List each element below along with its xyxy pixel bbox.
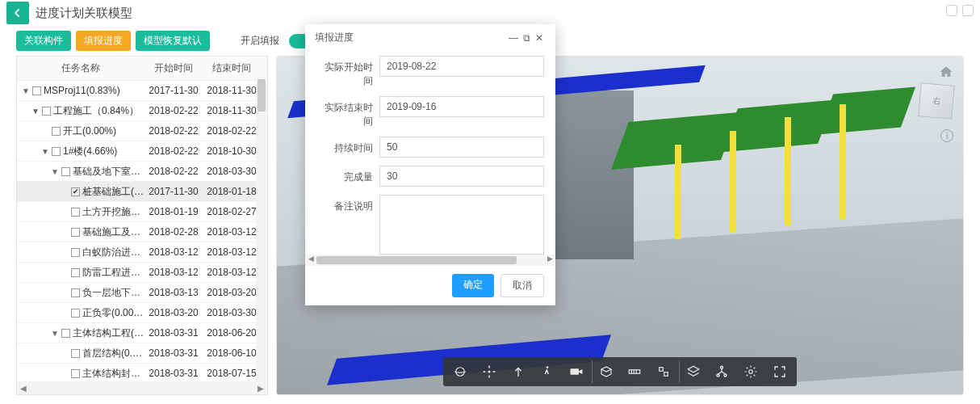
link-components-button[interactable]: 关联构件: [16, 31, 71, 51]
expander-icon[interactable]: ▼: [51, 329, 59, 338]
table-row[interactable]: 防雷工程进场(0.00%)2018-03-122018-03-12: [17, 263, 267, 283]
pan-tool-icon[interactable]: [475, 360, 503, 383]
expander-icon[interactable]: ▼: [41, 147, 49, 156]
row-checkbox[interactable]: [52, 127, 61, 136]
horizontal-scrollbar[interactable]: ◀ ▶: [17, 381, 267, 394]
col-end: 结束时间: [203, 57, 261, 80]
end-time: 2018-03-30: [203, 302, 261, 323]
task-table: 任务名称 开始时间 结束时间 ▼MSProj11(0.83%)2017-11-3…: [16, 56, 268, 395]
duration-input[interactable]: [379, 137, 544, 158]
tree-tool-icon[interactable]: [708, 360, 735, 383]
orbit-tool-icon[interactable]: [446, 360, 474, 383]
back-button[interactable]: [6, 2, 29, 24]
actual-end-input[interactable]: [379, 96, 544, 117]
row-checkbox[interactable]: [71, 248, 80, 257]
fly-up-tool-icon[interactable]: [505, 360, 532, 383]
svg-rect-3: [571, 368, 580, 375]
table-row[interactable]: ▼工程施工（0.84%）2018-02-222018-11-30: [17, 101, 267, 121]
header-action-1[interactable]: [946, 5, 957, 16]
table-row[interactable]: 白蚁防治进场(0.00%)2018-03-122018-03-12: [17, 242, 267, 263]
layers-tool-icon[interactable]: [679, 360, 706, 383]
table-row[interactable]: 开工(0.00%)2018-02-222018-02-22: [17, 121, 267, 141]
cancel-button[interactable]: 取消: [500, 274, 544, 297]
table-row[interactable]: ▼1#楼(4.66%)2018-02-222018-10-30: [17, 141, 267, 162]
row-checkbox[interactable]: [71, 268, 80, 277]
duration-label: 持续时间: [316, 137, 373, 155]
end-time: 2018-03-12: [203, 242, 261, 263]
start-time: 2017-11-30: [144, 181, 203, 202]
end-time: 2018-11-30: [203, 100, 261, 121]
settings-tool-icon[interactable]: [737, 360, 764, 383]
walk-tool-icon[interactable]: [534, 360, 561, 383]
header-action-2[interactable]: [962, 5, 974, 16]
page-title: 进度计划关联模型: [36, 6, 132, 21]
row-checkbox[interactable]: [42, 107, 51, 116]
end-time: 2018-03-12: [203, 221, 261, 242]
col-start: 开始时间: [144, 57, 203, 80]
restore-model-button[interactable]: 模型恢复默认: [136, 31, 210, 51]
section-tool-icon[interactable]: [592, 360, 619, 383]
table-row[interactable]: ▼MSProj11(0.83%)2017-11-302018-11-30: [17, 81, 267, 101]
end-time: 2018-03-12: [203, 262, 261, 283]
row-checkbox[interactable]: [71, 369, 80, 378]
fullscreen-tool-icon[interactable]: [766, 360, 794, 383]
svg-point-8: [717, 374, 719, 377]
actual-start-input[interactable]: [379, 56, 544, 77]
view-cube[interactable]: 右: [918, 82, 955, 120]
table-row[interactable]: ▼基础及地下室工程(24.19%)2018-02-222018-03-30: [17, 162, 267, 182]
row-checkbox[interactable]: [71, 208, 80, 217]
expander-icon[interactable]: ▼: [51, 167, 59, 176]
table-row[interactable]: ✔桩基础施工(60.00%)2017-11-302018-01-18: [17, 182, 267, 202]
expander-icon[interactable]: ▼: [22, 86, 30, 95]
end-time: 2018-01-18: [203, 181, 261, 202]
pillar: [675, 145, 681, 239]
home-icon[interactable]: [939, 65, 953, 79]
start-time: 2018-03-31: [144, 322, 203, 343]
camera-tool-icon[interactable]: [563, 360, 590, 383]
end-time: 2018-02-27: [203, 201, 261, 222]
remark-textarea[interactable]: [379, 195, 544, 255]
task-label: 主体结构封顶(0.00%): [82, 367, 144, 381]
row-checkbox[interactable]: [71, 288, 80, 297]
info-icon[interactable]: i: [940, 129, 953, 142]
dialog-header[interactable]: 填报进度 — ⧉ ✕: [305, 24, 555, 51]
report-progress-button[interactable]: 填报进度: [76, 31, 131, 51]
table-row[interactable]: 主体结构封顶(0.00%)2018-03-312018-07-15: [17, 364, 267, 381]
ok-button[interactable]: 确定: [452, 274, 494, 297]
svg-point-1: [488, 371, 491, 373]
table-row[interactable]: 基础施工及检测(0.00%)2018-02-282018-03-12: [17, 222, 267, 242]
vertical-scrollbar[interactable]: [256, 78, 267, 381]
row-checkbox[interactable]: ✔: [71, 187, 80, 196]
row-checkbox[interactable]: [61, 329, 70, 338]
scroll-right-icon[interactable]: ▶: [254, 381, 267, 394]
table-row[interactable]: 首层结构(0.00%)2018-03-312018-06-10: [17, 343, 267, 364]
table-row[interactable]: 正负零(0.00%)2018-03-202018-03-30: [17, 303, 267, 323]
end-time: 2018-06-20: [203, 322, 261, 343]
minimize-icon[interactable]: —: [507, 32, 520, 44]
scroll-left-icon[interactable]: ◀: [17, 381, 30, 394]
dialog-title: 填报进度: [315, 31, 354, 44]
close-icon[interactable]: ✕: [533, 32, 546, 44]
actual-start-label: 实际开始时间: [316, 56, 373, 88]
row-checkbox[interactable]: [71, 228, 80, 237]
svg-point-0: [456, 368, 465, 377]
measure-tool-icon[interactable]: [621, 360, 648, 383]
row-checkbox[interactable]: [52, 147, 61, 156]
dialog-hscroll[interactable]: ◀ ▶: [305, 255, 555, 266]
task-label: 正负零(0.00%): [82, 306, 144, 320]
completion-input[interactable]: [379, 166, 544, 187]
row-checkbox[interactable]: [32, 86, 41, 95]
table-body[interactable]: ▼MSProj11(0.83%)2017-11-302018-11-30▼工程施…: [17, 81, 267, 381]
maximize-icon[interactable]: ⧉: [520, 32, 533, 44]
remark-label: 备注说明: [316, 195, 373, 213]
table-row[interactable]: 负一层地下室(0.00%)2018-03-132018-03-20: [17, 283, 267, 303]
row-checkbox[interactable]: [71, 309, 80, 318]
svg-point-2: [547, 366, 549, 368]
row-checkbox[interactable]: [61, 167, 70, 176]
table-row[interactable]: 土方开挖施工(0.00%)2018-01-192018-02-27: [17, 202, 267, 222]
explode-tool-icon[interactable]: [650, 360, 677, 383]
end-time: 2018-11-30: [203, 81, 261, 101]
expander-icon[interactable]: ▼: [31, 107, 40, 116]
table-row[interactable]: ▼主体结构工程(0.00%)2018-03-312018-06-20: [17, 323, 267, 343]
row-checkbox[interactable]: [71, 349, 80, 358]
